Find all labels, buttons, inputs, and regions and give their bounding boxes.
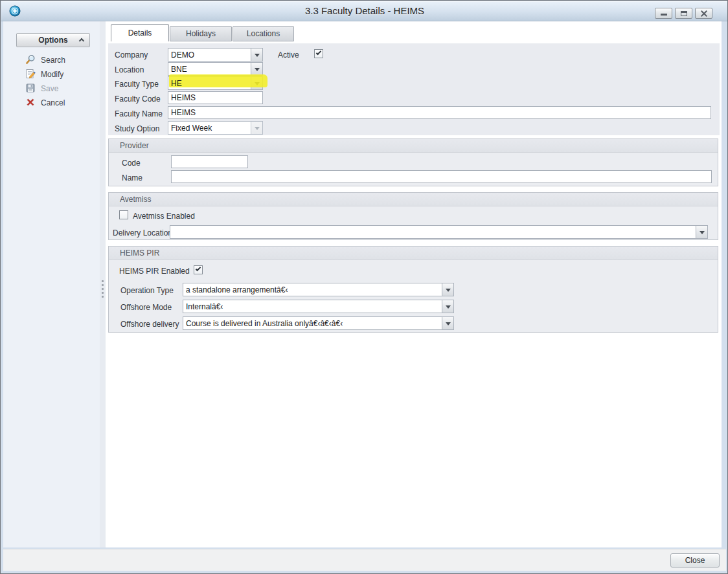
chevron-down-icon xyxy=(446,322,451,326)
faculty-code-label: Faculty Code xyxy=(115,94,161,104)
faculty-name-input[interactable]: HEIMS xyxy=(168,106,711,119)
chevron-down-icon xyxy=(446,305,451,309)
offshore-delivery-dropdown[interactable]: Course is delivered in Australia onlyâ€‹… xyxy=(183,316,454,330)
tab-locations[interactable]: Locations xyxy=(233,26,294,41)
options-panel: Options Search Modify xyxy=(3,21,100,547)
study-option-label: Study Option xyxy=(115,124,159,133)
offshore-mode-label: Offshore Mode xyxy=(120,303,172,312)
splitter-grip-icon xyxy=(102,280,104,282)
avetmiss-enabled-checkbox[interactable] xyxy=(119,210,128,219)
operation-type-label: Operation Type xyxy=(120,286,174,295)
company-dropdown[interactable]: DEMO xyxy=(168,48,263,61)
footer-bar: Close xyxy=(3,549,726,571)
faculty-type-dropdown[interactable]: HE xyxy=(168,76,263,90)
check-icon xyxy=(316,50,321,55)
chevron-down-icon xyxy=(255,68,260,71)
save-icon xyxy=(25,83,36,93)
dropdown-arrow-button[interactable] xyxy=(442,300,453,313)
collapse-chevron-icon xyxy=(79,38,84,43)
avetmiss-group-header: Avetmiss xyxy=(109,193,718,206)
avetmiss-enabled-label: Avetmiss Enabled xyxy=(133,212,195,221)
provider-group-header: Provider xyxy=(109,139,718,153)
tab-holidays[interactable]: Holidays xyxy=(170,26,232,41)
delivery-location-dropdown[interactable] xyxy=(170,225,708,239)
heims-pir-enabled-label: HEIMS PIR Enabled xyxy=(119,267,190,276)
faculty-details-window: 3.3 Faculty Details - HEIMS Options Sear… xyxy=(0,0,728,574)
sidebar-item-label: Search xyxy=(41,56,65,65)
dropdown-arrow-button[interactable] xyxy=(442,317,453,329)
faculty-type-label: Faculty Type xyxy=(115,80,159,89)
sidebar-item-label: Save xyxy=(41,84,58,93)
provider-group: Provider Code Name xyxy=(108,138,718,186)
sidebar-item-label: Cancel xyxy=(41,98,65,107)
offshore-mode-dropdown[interactable]: Internalâ€‹ xyxy=(183,300,454,313)
highlight-annotation xyxy=(169,74,267,87)
dropdown-arrow-button[interactable] xyxy=(251,49,262,61)
location-dropdown[interactable]: BNE xyxy=(168,62,263,76)
delivery-location-label: Delivery Location xyxy=(113,228,172,237)
check-icon xyxy=(196,266,201,271)
options-panel-title: Options xyxy=(38,36,67,45)
close-button[interactable]: Close xyxy=(670,553,720,568)
provider-code-label: Code xyxy=(122,159,141,168)
options-panel-header[interactable]: Options xyxy=(16,33,90,47)
provider-name-label: Name xyxy=(122,173,142,182)
chevron-down-icon xyxy=(255,54,260,57)
details-tab-page: Details Holidays Locations Company DEMO … xyxy=(106,21,722,547)
company-label: Company xyxy=(115,50,148,60)
chevron-down-icon xyxy=(255,127,260,130)
heims-pir-group-header: HEIMS PIR xyxy=(109,247,718,260)
active-label: Active xyxy=(278,50,299,60)
faculty-form-area: Company DEMO Active Location BNE Faculty… xyxy=(108,43,720,135)
avetmiss-group: Avetmiss Avetmiss Enabled Delivery Locat… xyxy=(108,192,718,240)
tab-details[interactable]: Details xyxy=(111,24,169,41)
faculty-name-label: Faculty Name xyxy=(115,109,163,118)
study-option-dropdown[interactable]: Fixed Week xyxy=(168,121,263,135)
minimize-icon xyxy=(661,14,667,16)
heims-pir-enabled-checkbox[interactable] xyxy=(194,265,203,274)
close-window-button[interactable] xyxy=(695,8,712,19)
titlebar: 3.3 Faculty Details - HEIMS xyxy=(1,1,728,21)
chevron-down-icon xyxy=(446,289,451,292)
sidebar-item-label: Modify xyxy=(41,70,63,79)
chevron-down-icon xyxy=(700,231,705,234)
panel-splitter[interactable] xyxy=(100,21,106,547)
operation-type-dropdown[interactable]: a standalone arrangementâ€‹ xyxy=(183,283,454,296)
provider-code-input[interactable] xyxy=(171,155,248,168)
dropdown-arrow-button xyxy=(251,122,262,134)
cancel-icon xyxy=(25,97,36,107)
close-icon xyxy=(700,10,708,17)
minimize-button[interactable] xyxy=(655,8,672,19)
maximize-button[interactable] xyxy=(675,8,692,19)
dropdown-arrow-button[interactable] xyxy=(251,63,262,75)
active-checkbox[interactable] xyxy=(314,49,323,58)
dropdown-arrow-button[interactable] xyxy=(696,226,707,238)
window-title: 3.3 Faculty Details - HEIMS xyxy=(1,5,728,16)
faculty-code-input[interactable]: HEIMS xyxy=(168,91,263,104)
offshore-delivery-label: Offshore delivery xyxy=(120,320,179,329)
provider-name-input[interactable] xyxy=(171,170,712,183)
dropdown-arrow-button[interactable] xyxy=(442,283,453,296)
maximize-icon xyxy=(681,11,687,16)
location-label: Location xyxy=(115,65,144,74)
heims-pir-group: HEIMS PIR HEIMS PIR Enabled Operation Ty… xyxy=(108,246,718,333)
modify-icon xyxy=(25,69,36,79)
search-icon xyxy=(25,54,36,65)
